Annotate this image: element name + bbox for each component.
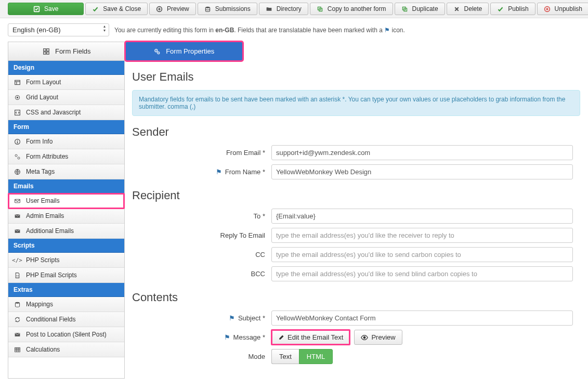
from-email-input[interactable]	[271, 145, 573, 160]
sidebar-item-label: Conditional Fields	[26, 316, 75, 323]
copy-button[interactable]: Copy to another form	[310, 3, 393, 15]
sidebar-item-label: Form Info	[26, 138, 53, 145]
svg-point-16	[158, 52, 159, 53]
svg-point-25	[17, 157, 19, 159]
sidebar-item-label: PHP Email Scripts	[26, 271, 77, 279]
code-icon	[14, 109, 21, 116]
envelope-solid-icon	[14, 331, 21, 338]
save-label: Save	[44, 5, 58, 12]
flag-icon: ⚑	[229, 314, 235, 322]
sidebar-item-form-info[interactable]: Form Info	[8, 134, 124, 149]
sidebar-item-label: User Emails	[26, 197, 60, 204]
flag-icon: ⚑	[224, 333, 230, 341]
gears-icon	[14, 153, 21, 160]
x-circle-icon	[544, 6, 551, 12]
sidebar-item-meta-tags[interactable]: Meta Tags	[8, 164, 124, 179]
svg-rect-12	[47, 51, 49, 54]
submissions-button[interactable]: Submissions	[198, 3, 257, 15]
sidebar-head-design: Design	[8, 61, 124, 75]
sidebar-item-css-js[interactable]: CSS and Javascript	[8, 105, 124, 120]
sidebar-head-scripts: Scripts	[8, 239, 124, 253]
sidebar-item-php-scripts[interactable]: </>PHP Scripts	[8, 253, 124, 268]
save-button[interactable]: Save	[8, 3, 84, 15]
sidebar-item-form-attributes[interactable]: Form Attributes	[8, 149, 124, 164]
file-code-icon	[14, 271, 21, 279]
sidebar-item-label: PHP Scripts	[26, 256, 59, 264]
duplicate-button[interactable]: Duplicate	[395, 3, 445, 15]
sidebar-item-additional-emails[interactable]: Additional Emails	[8, 224, 124, 239]
sidebar-item-mappings[interactable]: Mappings	[8, 297, 124, 312]
svg-rect-9	[44, 48, 46, 50]
tab-form-properties[interactable]: Form Properties	[126, 42, 243, 60]
mode-toggle[interactable]: Text HTML	[271, 349, 333, 364]
x-icon	[453, 6, 460, 12]
svg-rect-29	[15, 347, 20, 352]
database-icon	[14, 301, 21, 308]
sidebar-item-php-email-scripts[interactable]: PHP Email Scripts	[8, 268, 124, 283]
from-email-label: From Email *	[132, 149, 271, 157]
save-close-button[interactable]: Save & Close	[85, 3, 148, 15]
sidebar-item-calculations[interactable]: Calculations	[8, 342, 124, 357]
tab-form-properties-label: Form Properties	[166, 47, 214, 55]
table-icon	[14, 346, 21, 353]
sidebar-item-label: Admin Emails	[26, 212, 64, 219]
envelope-solid-icon	[14, 212, 21, 219]
edit-email-text-button[interactable]: Edit the Email Text	[271, 330, 350, 345]
code-icon: </>	[14, 256, 21, 264]
sidebar-item-admin-emails[interactable]: Admin Emails	[8, 209, 124, 224]
language-select[interactable]: English (en-GB)	[8, 23, 109, 36]
info-alert: Mandatory fields for emails to be sent h…	[132, 90, 580, 116]
svg-rect-27	[15, 199, 20, 203]
preview-label: Preview	[167, 5, 189, 12]
to-input[interactable]	[271, 209, 573, 224]
refresh-icon	[14, 316, 21, 323]
check-icon	[92, 6, 99, 12]
contents-heading: Contents	[132, 291, 580, 304]
tab-form-fields-label: Form Fields	[55, 47, 91, 55]
preview-button[interactable]: Preview	[149, 3, 196, 15]
mode-html-option[interactable]: HTML	[299, 349, 333, 364]
unpublish-label: Unpublish	[555, 5, 582, 12]
sidebar-item-label: Form Layout	[26, 79, 61, 86]
sidebar-item-grid-layout[interactable]: Grid Layout	[8, 90, 124, 105]
svg-rect-10	[47, 48, 49, 50]
sidebar-item-label: Meta Tags	[26, 168, 55, 175]
delete-button[interactable]: Delete	[447, 3, 489, 15]
reply-to-input[interactable]	[271, 228, 573, 243]
mode-text-option[interactable]: Text	[271, 349, 299, 364]
envelope-solid-icon	[14, 227, 21, 235]
plus-circle-icon	[156, 6, 163, 12]
sidebar-item-label: Grid Layout	[26, 94, 58, 101]
unpublish-button[interactable]: Unpublish	[537, 3, 588, 15]
publish-button[interactable]: Publish	[490, 3, 535, 15]
preview-message-button[interactable]: Preview	[354, 330, 402, 345]
bcc-input[interactable]	[271, 266, 573, 281]
page-title: User Emails	[132, 70, 580, 84]
save-close-label: Save & Close	[103, 5, 141, 12]
svg-point-30	[364, 337, 366, 339]
sidebar-item-conditional-fields[interactable]: Conditional Fields	[8, 312, 124, 327]
sidebar-item-label: Post to Location (Silent Post)	[26, 331, 107, 338]
subject-input[interactable]	[271, 311, 573, 326]
sidebar-item-form-layout[interactable]: Form Layout	[8, 75, 124, 90]
to-label: To *	[132, 212, 271, 220]
tab-form-fields[interactable]: Form Fields	[8, 42, 126, 60]
svg-rect-23	[17, 141, 18, 143]
sidebar-item-post-location[interactable]: Post to Location (Silent Post)	[8, 327, 124, 342]
svg-point-22	[17, 140, 18, 141]
sidebar-item-user-emails[interactable]: User Emails	[8, 193, 124, 209]
copy-icon	[317, 6, 323, 12]
globe-icon	[14, 168, 21, 175]
recipient-heading: Recipient	[132, 189, 580, 202]
cc-input[interactable]	[271, 247, 573, 262]
layout-icon	[14, 79, 21, 86]
duplicate-icon	[401, 6, 408, 12]
svg-rect-17	[15, 80, 20, 84]
svg-point-14	[156, 50, 157, 51]
bcc-label: BCC	[132, 270, 271, 278]
reply-to-label: Reply To Email	[132, 231, 271, 239]
from-name-input[interactable]	[271, 164, 573, 179]
envelope-icon	[14, 197, 21, 204]
info-icon	[14, 138, 21, 145]
directory-button[interactable]: Directory	[259, 3, 308, 15]
